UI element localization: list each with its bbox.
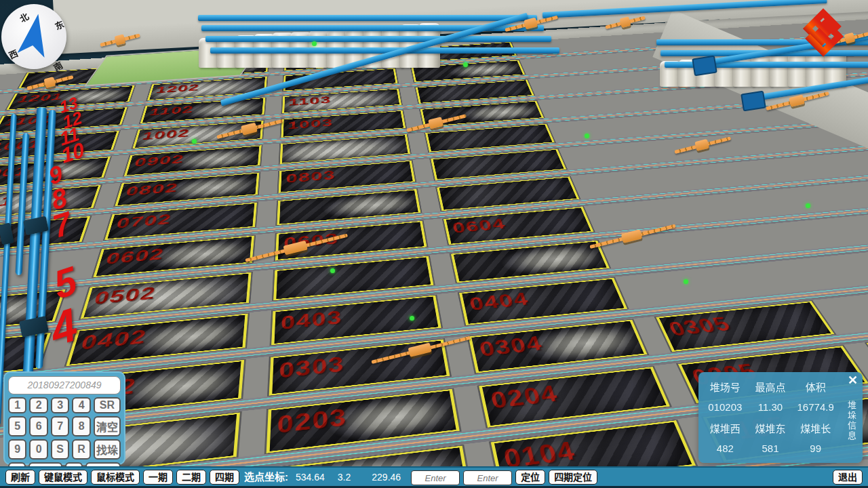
status-dot-green xyxy=(463,62,468,67)
pile-info-side-label: 堆垛信息 xyxy=(845,401,858,441)
info-value-highest: 11.30 xyxy=(748,401,793,413)
status-dot-green xyxy=(806,203,810,208)
pile-label: 0702 xyxy=(115,211,173,232)
info-label-west: 煤堆西 xyxy=(703,421,748,435)
pile-label: 0305 xyxy=(665,312,735,341)
pile-label: 0104 xyxy=(501,436,580,466)
key-6[interactable]: 6 xyxy=(29,416,47,436)
status-dot-green xyxy=(684,279,688,284)
pile-label: 1003 xyxy=(288,117,333,131)
compass[interactable]: 北 东 西 南 xyxy=(1,4,66,69)
pile-label: 1103 xyxy=(288,94,331,108)
stock-search-keypad: 20180927200849 1234SR5678清空90SR找垛<看历史>找设… xyxy=(3,371,125,465)
coord-input-1[interactable] xyxy=(411,470,460,485)
pile-label: 0403 xyxy=(280,306,342,334)
coord-y-value: 3.2 xyxy=(338,470,351,485)
key-9[interactable]: 9 xyxy=(8,439,26,460)
coord-z-value: 229.46 xyxy=(372,470,401,485)
info-value-east: 581 xyxy=(748,443,793,454)
refresh-button[interactable]: 刷新 xyxy=(5,470,35,485)
info-value-volume: 16774.9 xyxy=(793,401,838,413)
phase2-button[interactable]: 二期 xyxy=(176,470,206,485)
key-0[interactable]: 0 xyxy=(29,439,47,460)
key-s[interactable]: S xyxy=(51,439,69,460)
status-dot-green xyxy=(410,316,414,321)
status-dot-green xyxy=(192,139,197,144)
status-dot-green xyxy=(312,41,317,46)
coal-yard-monitor-app: 1201120211011102110310011002100309010902… xyxy=(0,0,868,488)
coord-x-value: 534.64 xyxy=(296,470,325,485)
conveyor-junction-box xyxy=(741,91,766,112)
pile-label: 0802 xyxy=(124,180,180,199)
keypad-row: 90SR找垛 xyxy=(8,439,121,460)
close-icon[interactable]: ✕ xyxy=(848,373,858,388)
key-3[interactable]: 3 xyxy=(51,397,69,413)
pile-label: 0204 xyxy=(488,380,561,414)
conveyor-gantry-beam xyxy=(205,36,551,42)
pile-label: 0404 xyxy=(467,288,531,314)
keyboard-mouse-mode-button[interactable]: 键鼠模式 xyxy=(39,470,87,485)
status-dot-green xyxy=(330,268,335,273)
pile-label: 1102 xyxy=(148,104,195,118)
exit-button[interactable]: 退出 xyxy=(833,470,863,485)
pile-info-grid: 堆场号 最高点 体积 010203 11.30 16774.9 煤堆西 煤堆东 … xyxy=(703,376,838,459)
pile-label: 0203 xyxy=(277,403,348,439)
key-8[interactable]: 8 xyxy=(72,416,90,436)
pile-label: 0602 xyxy=(104,245,166,268)
pile-label: 0502 xyxy=(92,283,157,308)
info-value-yard-no: 010203 xyxy=(703,401,748,413)
info-label-length: 煤堆长 xyxy=(793,421,838,435)
pile-label: 0803 xyxy=(285,168,336,186)
company-logo-icon xyxy=(792,7,854,61)
conveyor-gantry-beam xyxy=(198,15,537,21)
info-label-highest: 最高点 xyxy=(748,380,793,394)
key-5[interactable]: 5 xyxy=(8,416,26,436)
pile-info-panel: ✕ 堆场号 最高点 体积 010203 11.30 16774.9 煤堆西 煤堆… xyxy=(698,372,863,463)
conveyor-junction-box xyxy=(692,56,717,77)
pile-label: 0604 xyxy=(451,216,508,237)
clear-button[interactable]: 清空 xyxy=(94,416,121,436)
info-label-yard-no: 堆场号 xyxy=(703,380,748,394)
pile-label: 1202 xyxy=(155,82,200,95)
info-value-west: 482 xyxy=(703,443,748,454)
pile-label: 0402 xyxy=(79,325,149,354)
locate-button[interactable]: 定位 xyxy=(515,470,545,485)
toolbar-mid-buttons: 定位四期定位 xyxy=(515,470,597,485)
toolbar-left-buttons: 刷新键鼠模式鼠标模式一期二期四期 xyxy=(5,470,239,485)
status-dot-green xyxy=(585,134,589,138)
phase4-locate-button[interactable]: 四期定位 xyxy=(549,470,597,485)
key-2[interactable]: 2 xyxy=(29,397,47,413)
coord-input-2[interactable] xyxy=(463,470,512,485)
keypad-row: 5678清空 xyxy=(8,416,121,436)
find-pile-button[interactable]: 找垛 xyxy=(94,439,121,460)
pile-label: 0304 xyxy=(477,331,545,361)
coord-label: 选点坐标: xyxy=(244,470,288,485)
compass-north-label: 北 xyxy=(17,9,31,25)
pile-label: 0303 xyxy=(279,352,345,383)
phase4-button[interactable]: 四期 xyxy=(210,470,239,485)
keypad-row: 1234SR xyxy=(8,397,121,413)
key-r[interactable]: R xyxy=(72,439,90,460)
phase1-button[interactable]: 一期 xyxy=(143,470,173,485)
info-value-length: 99 xyxy=(793,443,838,454)
key-sr[interactable]: SR xyxy=(94,397,121,413)
key-1[interactable]: 1 xyxy=(8,397,26,413)
mouse-mode-button[interactable]: 鼠标模式 xyxy=(91,470,140,485)
info-label-volume: 体积 xyxy=(793,380,838,394)
keypad-display[interactable]: 20180927200849 xyxy=(8,376,121,394)
pile-label: 1002 xyxy=(141,127,191,142)
key-4[interactable]: 4 xyxy=(72,397,90,413)
key-7[interactable]: 7 xyxy=(51,416,69,436)
info-label-east: 煤堆东 xyxy=(748,421,793,435)
pile-label: 0902 xyxy=(133,152,186,169)
bottom-toolbar: 刷新键鼠模式鼠标模式一期二期四期 选点坐标: 534.64 3.2 229.46… xyxy=(0,466,868,488)
